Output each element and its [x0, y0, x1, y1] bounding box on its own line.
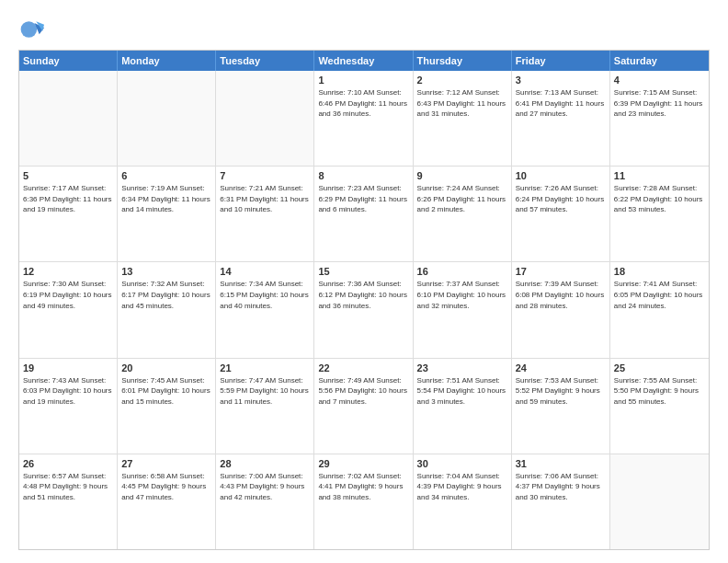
- day-number: 5: [23, 170, 113, 181]
- calendar-cell-3-3: 14Sunrise: 7:34 AM Sunset: 6:15 PM Dayli…: [216, 262, 314, 357]
- day-info: Sunrise: 7:04 AM Sunset: 4:39 PM Dayligh…: [417, 471, 507, 503]
- day-number: 8: [318, 170, 408, 181]
- day-info: Sunrise: 7:00 AM Sunset: 4:43 PM Dayligh…: [220, 471, 310, 503]
- day-number: 21: [220, 362, 310, 373]
- calendar-cell-2-5: 9Sunrise: 7:24 AM Sunset: 6:26 PM Daylig…: [414, 167, 512, 261]
- day-info: Sunrise: 7:13 AM Sunset: 6:41 PM Dayligh…: [516, 87, 606, 120]
- day-info: Sunrise: 7:55 AM Sunset: 5:50 PM Dayligh…: [614, 375, 705, 408]
- calendar-cell-5-3: 28Sunrise: 7:00 AM Sunset: 4:43 PM Dayli…: [216, 454, 314, 549]
- calendar-cell-4-4: 22Sunrise: 7:49 AM Sunset: 5:56 PM Dayli…: [314, 359, 413, 454]
- day-info: Sunrise: 7:34 AM Sunset: 6:15 PM Dayligh…: [220, 279, 310, 311]
- calendar-cell-5-4: 29Sunrise: 7:02 AM Sunset: 4:41 PM Dayli…: [314, 454, 413, 549]
- day-info: Sunrise: 7:49 AM Sunset: 5:56 PM Dayligh…: [318, 375, 408, 408]
- calendar-cell-4-5: 23Sunrise: 7:51 AM Sunset: 5:54 PM Dayli…: [414, 359, 512, 454]
- day-number: 30: [417, 458, 507, 469]
- day-header-sunday: Sunday: [19, 51, 118, 71]
- day-info: Sunrise: 7:12 AM Sunset: 6:43 PM Dayligh…: [417, 87, 507, 120]
- calendar-row-5: 26Sunrise: 6:57 AM Sunset: 4:48 PM Dayli…: [19, 454, 709, 549]
- calendar-cell-1-4: 1Sunrise: 7:10 AM Sunset: 6:46 PM Daylig…: [314, 71, 413, 166]
- calendar-cell-1-6: 3Sunrise: 7:13 AM Sunset: 6:41 PM Daylig…: [512, 71, 610, 166]
- day-info: Sunrise: 7:24 AM Sunset: 6:26 PM Dayligh…: [417, 183, 507, 215]
- calendar-cell-4-7: 25Sunrise: 7:55 AM Sunset: 5:50 PM Dayli…: [610, 359, 709, 454]
- calendar-cell-3-2: 13Sunrise: 7:32 AM Sunset: 6:17 PM Dayli…: [118, 262, 216, 357]
- day-number: 27: [121, 458, 211, 469]
- day-info: Sunrise: 7:53 AM Sunset: 5:52 PM Dayligh…: [516, 375, 606, 408]
- day-info: Sunrise: 7:36 AM Sunset: 6:12 PM Dayligh…: [318, 279, 408, 311]
- day-info: Sunrise: 7:47 AM Sunset: 5:59 PM Dayligh…: [220, 375, 310, 408]
- day-number: 2: [417, 75, 507, 86]
- day-info: Sunrise: 7:15 AM Sunset: 6:39 PM Dayligh…: [614, 87, 705, 120]
- calendar-row-4: 19Sunrise: 7:43 AM Sunset: 6:03 PM Dayli…: [19, 359, 709, 454]
- logo: [18, 17, 48, 42]
- calendar-cell-2-4: 8Sunrise: 7:23 AM Sunset: 6:29 PM Daylig…: [314, 167, 413, 261]
- page-header: [18, 17, 710, 42]
- calendar-header: SundayMondayTuesdayWednesdayThursdayFrid…: [19, 51, 709, 71]
- day-number: 25: [614, 362, 705, 373]
- calendar-cell-3-5: 16Sunrise: 7:37 AM Sunset: 6:10 PM Dayli…: [414, 262, 512, 357]
- day-number: 26: [23, 458, 113, 469]
- calendar-cell-5-6: 31Sunrise: 7:06 AM Sunset: 4:37 PM Dayli…: [512, 454, 610, 549]
- day-number: 7: [220, 170, 310, 181]
- day-info: Sunrise: 7:21 AM Sunset: 6:31 PM Dayligh…: [220, 183, 310, 215]
- day-number: 20: [121, 362, 211, 373]
- day-number: 31: [516, 458, 606, 469]
- day-info: Sunrise: 7:39 AM Sunset: 6:08 PM Dayligh…: [516, 279, 606, 311]
- day-number: 11: [614, 170, 705, 181]
- day-info: Sunrise: 7:43 AM Sunset: 6:03 PM Dayligh…: [23, 375, 113, 408]
- day-number: 1: [318, 75, 408, 86]
- calendar-row-1: 1Sunrise: 7:10 AM Sunset: 6:46 PM Daylig…: [19, 71, 709, 167]
- calendar-cell-1-5: 2Sunrise: 7:12 AM Sunset: 6:43 PM Daylig…: [414, 71, 512, 166]
- calendar-cell-4-6: 24Sunrise: 7:53 AM Sunset: 5:52 PM Dayli…: [512, 359, 610, 454]
- day-info: Sunrise: 7:28 AM Sunset: 6:22 PM Dayligh…: [614, 183, 705, 215]
- day-number: 14: [220, 266, 310, 277]
- calendar-cell-2-2: 6Sunrise: 7:19 AM Sunset: 6:34 PM Daylig…: [118, 167, 216, 261]
- day-info: Sunrise: 6:57 AM Sunset: 4:48 PM Dayligh…: [23, 471, 113, 503]
- calendar-cell-5-1: 26Sunrise: 6:57 AM Sunset: 4:48 PM Dayli…: [19, 454, 118, 549]
- calendar-cell-3-1: 12Sunrise: 7:30 AM Sunset: 6:19 PM Dayli…: [19, 262, 118, 357]
- day-number: 29: [318, 458, 408, 469]
- day-info: Sunrise: 7:41 AM Sunset: 6:05 PM Dayligh…: [614, 279, 705, 311]
- day-info: Sunrise: 7:23 AM Sunset: 6:29 PM Dayligh…: [318, 183, 408, 215]
- calendar-row-2: 5Sunrise: 7:17 AM Sunset: 6:36 PM Daylig…: [19, 167, 709, 262]
- day-info: Sunrise: 7:17 AM Sunset: 6:36 PM Dayligh…: [23, 183, 113, 215]
- calendar-body: 1Sunrise: 7:10 AM Sunset: 6:46 PM Daylig…: [19, 71, 709, 549]
- calendar-cell-2-6: 10Sunrise: 7:26 AM Sunset: 6:24 PM Dayli…: [512, 167, 610, 261]
- calendar-cell-3-7: 18Sunrise: 7:41 AM Sunset: 6:05 PM Dayli…: [610, 262, 709, 357]
- day-header-friday: Friday: [512, 51, 610, 71]
- calendar-cell-5-7: [610, 454, 709, 549]
- day-number: 19: [23, 362, 113, 373]
- day-info: Sunrise: 7:45 AM Sunset: 6:01 PM Dayligh…: [121, 375, 211, 408]
- day-info: Sunrise: 7:51 AM Sunset: 5:54 PM Dayligh…: [417, 375, 507, 408]
- day-header-tuesday: Tuesday: [216, 51, 314, 71]
- calendar-cell-1-1: [19, 71, 118, 166]
- day-number: 28: [220, 458, 310, 469]
- calendar-cell-1-7: 4Sunrise: 7:15 AM Sunset: 6:39 PM Daylig…: [610, 71, 709, 166]
- day-number: 15: [318, 266, 408, 277]
- calendar-cell-4-3: 21Sunrise: 7:47 AM Sunset: 5:59 PM Dayli…: [216, 359, 314, 454]
- calendar: SundayMondayTuesdayWednesdayThursdayFrid…: [18, 50, 710, 550]
- calendar-cell-1-2: [118, 71, 216, 166]
- calendar-cell-5-2: 27Sunrise: 6:58 AM Sunset: 4:45 PM Dayli…: [118, 454, 216, 549]
- svg-point-0: [21, 21, 38, 38]
- day-info: Sunrise: 7:02 AM Sunset: 4:41 PM Dayligh…: [318, 471, 408, 503]
- day-info: Sunrise: 6:58 AM Sunset: 4:45 PM Dayligh…: [121, 471, 211, 503]
- calendar-cell-3-4: 15Sunrise: 7:36 AM Sunset: 6:12 PM Dayli…: [314, 262, 413, 357]
- day-header-saturday: Saturday: [610, 51, 709, 71]
- day-header-thursday: Thursday: [414, 51, 512, 71]
- day-header-monday: Monday: [118, 51, 216, 71]
- day-info: Sunrise: 7:10 AM Sunset: 6:46 PM Dayligh…: [318, 87, 408, 120]
- day-number: 3: [516, 75, 606, 86]
- calendar-cell-4-1: 19Sunrise: 7:43 AM Sunset: 6:03 PM Dayli…: [19, 359, 118, 454]
- day-number: 24: [516, 362, 606, 373]
- day-number: 9: [417, 170, 507, 181]
- day-header-wednesday: Wednesday: [314, 51, 413, 71]
- day-number: 13: [121, 266, 211, 277]
- day-number: 6: [121, 170, 211, 181]
- calendar-cell-2-3: 7Sunrise: 7:21 AM Sunset: 6:31 PM Daylig…: [216, 167, 314, 261]
- day-number: 12: [23, 266, 113, 277]
- day-number: 16: [417, 266, 507, 277]
- calendar-row-3: 12Sunrise: 7:30 AM Sunset: 6:19 PM Dayli…: [19, 262, 709, 358]
- day-info: Sunrise: 7:37 AM Sunset: 6:10 PM Dayligh…: [417, 279, 507, 311]
- logo-icon: [18, 17, 44, 42]
- day-number: 22: [318, 362, 408, 373]
